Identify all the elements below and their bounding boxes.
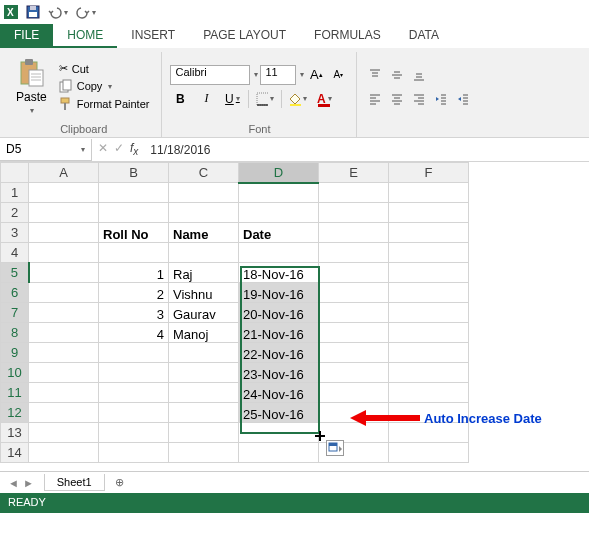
cell-b3[interactable]: Roll No	[99, 223, 169, 243]
ribbon: Paste ▾ ✂ Cut Copy ▾ Format Painter	[0, 48, 589, 138]
shrink-font-button[interactable]: A▾	[328, 65, 348, 85]
underline-button[interactable]: U▾	[222, 89, 242, 109]
align-middle-button[interactable]	[387, 65, 407, 85]
row-header[interactable]: 10	[1, 363, 29, 383]
row-header[interactable]: 5	[1, 263, 29, 283]
align-top-button[interactable]	[365, 65, 385, 85]
decrease-indent-button[interactable]	[431, 89, 451, 109]
sheet-tab-bar: ◄ ► Sheet1 ⊕	[0, 471, 589, 493]
cell[interactable]: Raj	[169, 263, 239, 283]
tab-data[interactable]: DATA	[395, 24, 453, 48]
next-sheet-icon[interactable]: ►	[23, 477, 34, 489]
cell-d5[interactable]: 18-Nov-16	[239, 263, 319, 283]
cell[interactable]: 1	[99, 263, 169, 283]
save-icon[interactable]	[26, 5, 40, 19]
add-sheet-button[interactable]: ⊕	[105, 476, 134, 489]
cell[interactable]: 21-Nov-16	[239, 323, 319, 343]
font-group-label: Font	[170, 121, 348, 137]
sheet-tab-sheet1[interactable]: Sheet1	[44, 474, 105, 491]
row-header[interactable]: 14	[1, 443, 29, 463]
cell[interactable]: 25-Nov-16	[239, 403, 319, 423]
svg-rect-51	[329, 443, 337, 446]
paste-button[interactable]: Paste ▾	[14, 56, 49, 117]
row-header[interactable]: 9	[1, 343, 29, 363]
cell[interactable]: 3	[99, 303, 169, 323]
redo-icon[interactable]: ▾	[76, 5, 96, 19]
cut-button[interactable]: ✂ Cut	[55, 61, 154, 76]
cell[interactable]: 19-Nov-16	[239, 283, 319, 303]
row-header[interactable]: 13	[1, 423, 29, 443]
name-box[interactable]: D5 ▾	[0, 139, 92, 161]
font-size-select[interactable]: 11	[260, 65, 296, 85]
row-header[interactable]: 11	[1, 383, 29, 403]
select-all-corner[interactable]	[1, 163, 29, 183]
accept-formula-icon[interactable]: ✓	[114, 141, 124, 157]
fill-color-button[interactable]: ▾	[288, 89, 308, 109]
col-header-c[interactable]: C	[169, 163, 239, 183]
cell[interactable]: 22-Nov-16	[239, 343, 319, 363]
row-header[interactable]: 2	[1, 203, 29, 223]
cancel-formula-icon[interactable]: ✕	[98, 141, 108, 157]
row-header[interactable]: 12	[1, 403, 29, 423]
ribbon-tabs: FILE HOME INSERT PAGE LAYOUT FORMULAS DA…	[0, 24, 589, 48]
cell[interactable]: Vishnu	[169, 283, 239, 303]
annotation-arrow: Auto Increase Date	[350, 410, 542, 426]
arrow-icon	[350, 410, 420, 426]
cell-c3[interactable]: Name	[169, 223, 239, 243]
row-header[interactable]: 4	[1, 243, 29, 263]
excel-icon: X	[4, 5, 18, 19]
row-header[interactable]: 7	[1, 303, 29, 323]
cell-d3[interactable]: Date	[239, 223, 319, 243]
align-left-button[interactable]	[365, 89, 385, 109]
quick-access-toolbar: X ▾ ▾	[0, 0, 589, 24]
align-center-button[interactable]	[387, 89, 407, 109]
cell[interactable]: Manoj	[169, 323, 239, 343]
col-header-e[interactable]: E	[319, 163, 389, 183]
tab-file[interactable]: FILE	[0, 24, 53, 48]
worksheet-grid[interactable]: A B C D E F 1 2 3 Roll No Name Date 4 5 …	[0, 162, 589, 463]
row-header[interactable]: 8	[1, 323, 29, 343]
row-header[interactable]: 1	[1, 183, 29, 203]
bold-button[interactable]: B	[170, 89, 190, 109]
name-box-value: D5	[6, 142, 21, 156]
chevron-down-icon: ▾	[30, 106, 34, 115]
align-right-button[interactable]	[409, 89, 429, 109]
grow-font-button[interactable]: A▴	[306, 65, 326, 85]
row-header[interactable]: 3	[1, 223, 29, 243]
formula-input[interactable]: 11/18/2016	[144, 143, 589, 157]
italic-button[interactable]: I	[196, 89, 216, 109]
row-header[interactable]: 6	[1, 283, 29, 303]
col-header-f[interactable]: F	[389, 163, 469, 183]
col-header-b[interactable]: B	[99, 163, 169, 183]
tab-page-layout[interactable]: PAGE LAYOUT	[189, 24, 300, 48]
clipboard-group-label: Clipboard	[14, 121, 153, 137]
cell[interactable]: 2	[99, 283, 169, 303]
increase-indent-button[interactable]	[453, 89, 473, 109]
col-header-d[interactable]: D	[239, 163, 319, 183]
svg-rect-13	[61, 98, 69, 103]
align-bottom-button[interactable]	[409, 65, 429, 85]
copy-button[interactable]: Copy ▾	[55, 78, 154, 94]
tab-insert[interactable]: INSERT	[117, 24, 189, 48]
border-button[interactable]: ▾	[255, 89, 275, 109]
cell[interactable]: Gaurav	[169, 303, 239, 323]
prev-sheet-icon[interactable]: ◄	[8, 477, 19, 489]
font-name-select[interactable]: Calibri	[170, 65, 250, 85]
col-header-a[interactable]: A	[29, 163, 99, 183]
status-bar: READY	[0, 493, 589, 513]
ribbon-group-alignment	[357, 52, 481, 137]
format-painter-button[interactable]: Format Painter	[55, 96, 154, 112]
cell[interactable]: 20-Nov-16	[239, 303, 319, 323]
tab-formulas[interactable]: FORMULAS	[300, 24, 395, 48]
tab-home[interactable]: HOME	[53, 24, 117, 48]
annotation-text: Auto Increase Date	[424, 411, 542, 426]
undo-icon[interactable]: ▾	[48, 5, 68, 19]
cell[interactable]: 4	[99, 323, 169, 343]
autofill-options-button[interactable]	[326, 440, 344, 456]
cell[interactable]: 24-Nov-16	[239, 383, 319, 403]
fx-icon[interactable]: fx	[130, 141, 138, 157]
svg-text:X: X	[7, 7, 14, 18]
svg-rect-6	[25, 59, 33, 65]
cell[interactable]: 23-Nov-16	[239, 363, 319, 383]
font-color-button[interactable]: A ▾	[314, 89, 334, 109]
